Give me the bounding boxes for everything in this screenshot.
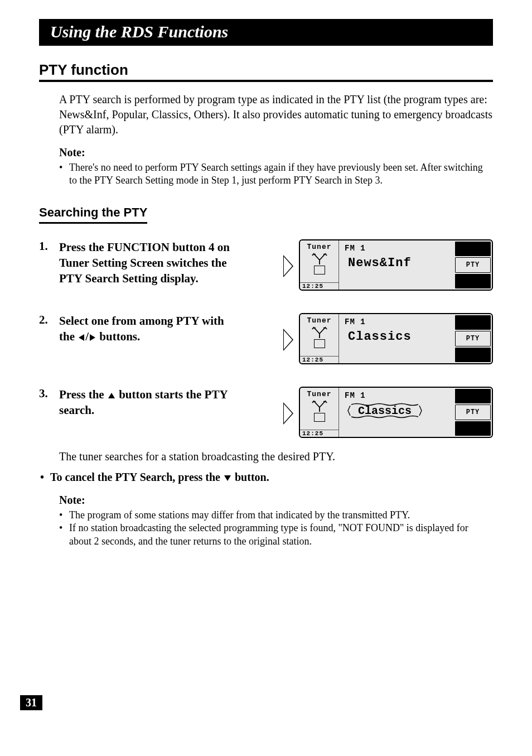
note-item: If no station broadcasting the selected … [69, 522, 493, 548]
section-heading-searching-pty: Searching the PTY [39, 205, 147, 224]
screen-button-blank-bottom [455, 421, 491, 436]
note-list-2: •The program of some stations may differ… [59, 509, 493, 548]
right-arrow-icon [90, 334, 95, 341]
screen-button-blank-top [455, 242, 491, 256]
tuner-screen-3: Tuner 12:25 FM 1 Classics [299, 387, 493, 438]
band-label: FM 1 [345, 317, 449, 326]
dashed-selection-box: Classics [346, 402, 424, 419]
antenna-icon [311, 399, 328, 412]
antenna-icon [311, 326, 328, 338]
step-2-row: 2. Select one from among PTY with the / … [39, 313, 493, 364]
step-number: 3. [39, 387, 59, 401]
pty-intro-paragraph: A PTY search is performed by program typ… [59, 92, 493, 137]
time-label: 12:25 [300, 282, 338, 290]
pty-value: Classics [348, 330, 449, 344]
screen-button-blank-bottom [455, 274, 491, 288]
tuner-label: Tuner [307, 243, 331, 251]
screen-button-blank-bottom [455, 348, 491, 362]
document-icon [314, 413, 325, 422]
pointer-icon [283, 329, 293, 351]
step-3-row: 3. Press the button starts the PTY searc… [39, 387, 493, 438]
screen-button-pty: PTY [455, 257, 491, 273]
document-icon [314, 266, 325, 275]
time-label: 12:25 [300, 430, 338, 437]
screen-button-pty: PTY [455, 405, 491, 420]
left-arrow-icon [79, 334, 84, 341]
page-number: 31 [20, 695, 42, 710]
up-arrow-icon [108, 393, 115, 398]
tuner-screen-2: Tuner 12:25 FM 1 Classics PTY [299, 313, 493, 364]
note-item: There's no need to perform PTY Search se… [69, 161, 493, 187]
cancel-instruction: • To cancel the PTY Search, press the bu… [40, 471, 493, 484]
after-steps-text: The tuner searches for a station broadca… [59, 450, 493, 463]
chapter-title: Using the RDS Functions [39, 19, 493, 46]
step-text: Press the FUNCTION button 4 on Tuner Set… [59, 239, 243, 287]
note-label-2: Note: [59, 494, 493, 507]
step-text: Select one from among PTY with the / but… [59, 313, 243, 345]
note-list-1: •There's no need to perform PTY Search s… [59, 161, 493, 187]
step-text: Press the button starts the PTY search. [59, 387, 243, 418]
down-arrow-icon [224, 475, 231, 481]
pointer-icon [283, 255, 293, 277]
step-number: 1. [39, 239, 59, 253]
note-item: The program of some stations may differ … [69, 509, 410, 522]
note-label: Note: [59, 146, 493, 159]
pty-value: News&Inf [348, 256, 449, 270]
tuner-screen-1: Tuner 12:25 FM 1 News&Inf PTY [299, 239, 493, 291]
time-label: 12:25 [300, 356, 338, 363]
tuner-label: Tuner [307, 390, 331, 398]
step-1-row: 1. Press the FUNCTION button 4 on Tuner … [39, 239, 493, 291]
section-heading-pty-function: PTY function [39, 61, 493, 82]
band-label: FM 1 [345, 244, 449, 253]
tuner-label: Tuner [307, 316, 331, 325]
antenna-icon [311, 252, 328, 264]
pointer-icon [283, 402, 293, 425]
screen-button-blank-top [455, 389, 491, 403]
screen-button-blank-top [455, 315, 491, 330]
band-label: FM 1 [345, 391, 449, 400]
screen-button-pty: PTY [455, 331, 491, 346]
step-number: 2. [39, 313, 59, 327]
document-icon [314, 339, 325, 348]
pty-value-dashed: Classics [358, 405, 412, 417]
